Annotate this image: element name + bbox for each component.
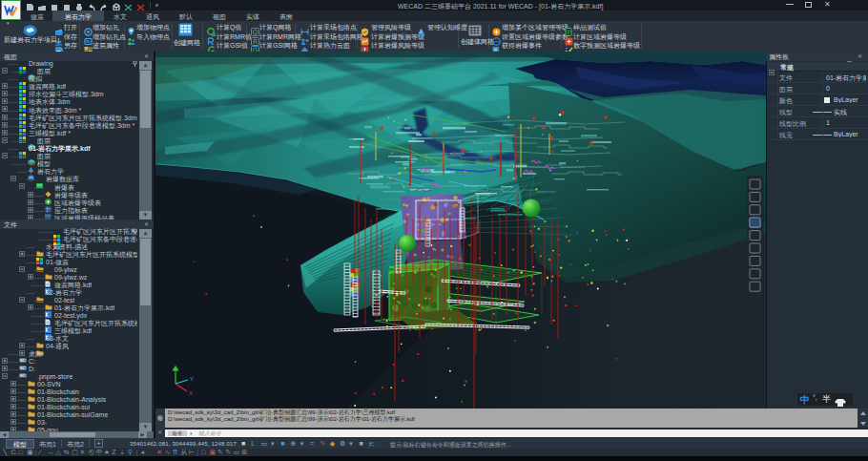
svg-text:Y: Y [190,376,194,382]
svg-text:X: X [189,390,193,396]
